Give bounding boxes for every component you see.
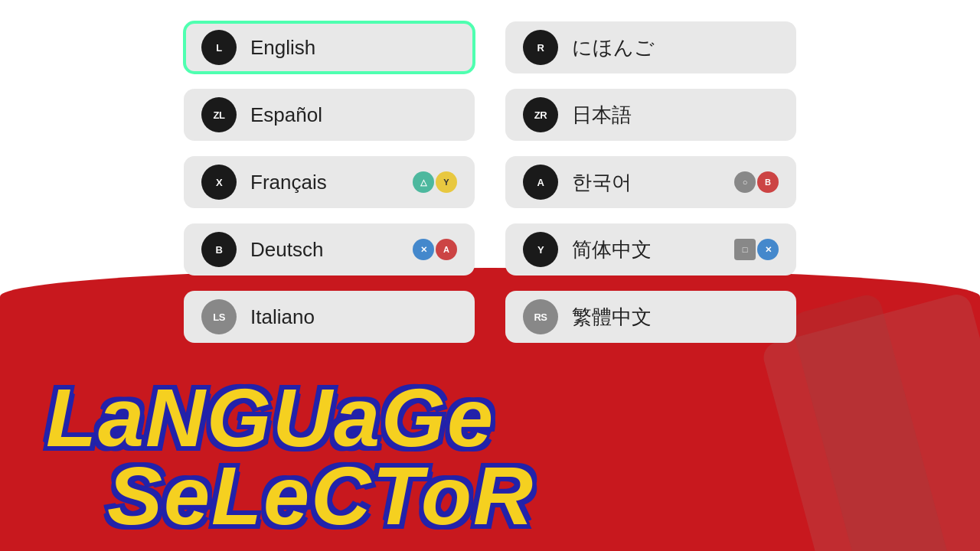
lang-btn-espanol[interactable]: ZLEspañol xyxy=(184,89,475,141)
language-grid: LEnglishRにほんごZLEspañolZR日本語XFrançais△YA한… xyxy=(184,21,796,346)
lang-label-nihongo: にほんご xyxy=(572,34,779,61)
lang-label-english: English xyxy=(250,36,457,60)
lang-btn-english[interactable]: LEnglish xyxy=(184,21,475,73)
square-icon: □ xyxy=(734,239,756,260)
lang-icon-korean: A xyxy=(523,165,558,200)
lang-icon-nihongo: R xyxy=(523,30,558,65)
circle-icon: ○ xyxy=(734,171,756,193)
b-button-icon: B xyxy=(757,171,779,193)
y-button-icon: Y xyxy=(436,171,457,193)
lang-icon-japanese: ZR xyxy=(523,97,558,132)
lang-label-korean: 한국어 xyxy=(572,169,728,196)
lang-label-italiano: Italiano xyxy=(250,305,457,329)
lang-btn-francais[interactable]: XFrançais△Y xyxy=(184,156,475,208)
lang-icon-deutsch: B xyxy=(201,232,237,267)
lang-label-japanese: 日本語 xyxy=(572,102,779,129)
lang-btn-traditional-chinese[interactable]: RS繁體中文 xyxy=(505,291,796,343)
ctrl-indicators-simplified-chinese: □✕ xyxy=(734,239,779,260)
lang-btn-korean[interactable]: A한국어○B xyxy=(505,156,796,208)
lang-btn-simplified-chinese[interactable]: Y简体中文□✕ xyxy=(505,223,796,276)
title-line1: LaNGUaGe xyxy=(46,379,495,458)
lang-label-francais: Français xyxy=(250,171,407,194)
lang-icon-traditional-chinese: RS xyxy=(523,299,558,334)
lang-btn-italiano[interactable]: LSItaliano xyxy=(184,291,475,343)
lang-label-simplified-chinese: 简体中文 xyxy=(572,236,728,263)
ctrl-indicators-francais: △Y xyxy=(413,171,457,193)
title-line2: SeLeCToR xyxy=(46,457,534,536)
lang-btn-deutsch[interactable]: BDeutsch✕A xyxy=(184,223,475,276)
lang-label-espanol: Español xyxy=(250,103,457,127)
lang-icon-italiano: LS xyxy=(201,299,237,334)
a-button-icon: A xyxy=(436,239,457,260)
x-button-icon: ✕ xyxy=(413,239,434,260)
lang-icon-francais: X xyxy=(201,165,237,200)
lang-icon-simplified-chinese: Y xyxy=(523,232,558,267)
triangle-icon: △ xyxy=(413,171,434,193)
lang-label-traditional-chinese: 繁體中文 xyxy=(572,304,779,331)
lang-icon-english: L xyxy=(201,30,237,65)
ctrl-indicators-korean: ○B xyxy=(734,171,779,193)
lang-btn-japanese[interactable]: ZR日本語 xyxy=(505,89,796,141)
lang-label-deutsch: Deutsch xyxy=(250,238,407,262)
x2-button-icon: ✕ xyxy=(757,239,779,260)
title-container: LaNGUaGe SeLeCToR xyxy=(0,379,980,536)
lang-btn-nihongo[interactable]: Rにほんご xyxy=(505,21,796,73)
ctrl-indicators-deutsch: ✕A xyxy=(413,239,457,260)
lang-icon-espanol: ZL xyxy=(201,97,237,132)
